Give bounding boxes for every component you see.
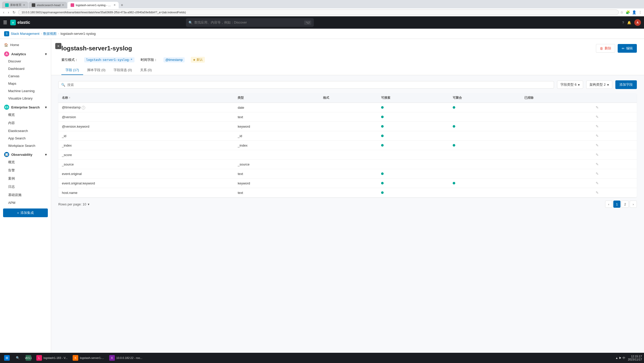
field-edit-icon[interactable]: ✎: [596, 143, 599, 147]
field-edit-icon[interactable]: ✎: [596, 105, 599, 109]
sidebar-item-infra[interactable]: 基础设施: [0, 191, 51, 199]
sidebar-item-home[interactable]: 🏠 Home: [0, 41, 51, 49]
taskbar-app-v851[interactable]: v8.5.1: [24, 354, 33, 361]
field-type-cell: _index: [234, 141, 319, 150]
sidebar-item-enterprise-overview[interactable]: 概览: [0, 111, 51, 119]
searchable-dot: [381, 191, 384, 194]
taskbar-app-xterm[interactable]: X 10.0.0.182:22 - roo...: [107, 354, 145, 361]
schema-type-filter-button[interactable]: 架构类型 2 ▾: [586, 81, 612, 89]
tab-close-3[interactable]: ✕: [114, 4, 116, 6]
field-edit-icon[interactable]: ✎: [596, 153, 599, 157]
breadcrumb-icon[interactable]: S: [4, 31, 9, 36]
refresh-button[interactable]: ↻: [12, 10, 17, 15]
delete-button[interactable]: 🗑 删除: [596, 44, 615, 53]
table-row: @version.keywordkeyword✎: [58, 122, 637, 131]
field-edit-icon[interactable]: ✎: [596, 134, 599, 138]
search-fields-icon: 🔍: [61, 83, 65, 87]
sidebar-item-visualize[interactable]: Visualize Library: [0, 95, 51, 102]
tab-new-tab[interactable]: 新标签页 ✕: [2, 2, 28, 8]
field-edit-icon[interactable]: ✎: [596, 115, 599, 119]
hamburger-menu[interactable]: ☰: [3, 20, 7, 25]
field-type-filter-button[interactable]: 字段类型 6 ▾: [557, 81, 583, 89]
extension-icon[interactable]: 🧩: [626, 10, 630, 14]
sidebar-section-observability[interactable]: 📊 Observability ▾: [0, 149, 51, 158]
sidebar-item-elasticsearch[interactable]: Elasticsearch: [0, 127, 51, 135]
bookmark-icon[interactable]: ☆: [620, 10, 624, 14]
page-title-row: logstash-server1-syslog 🗑 删除 ✏ 编辑: [58, 44, 637, 53]
sidebar-item-canvas[interactable]: Canvas: [0, 72, 51, 80]
index-pattern-value[interactable]: logstash-server1-syslog-*: [84, 57, 135, 62]
sidebar-item-content[interactable]: 内容: [0, 119, 51, 127]
sidebar-item-maps[interactable]: Maps: [0, 80, 51, 87]
taskbar-app-logstash-v[interactable]: L logstash1-183 - V...: [34, 354, 70, 361]
field-edit-icon[interactable]: ✎: [596, 191, 599, 195]
sidebar-item-dashboard[interactable]: Dashboard: [0, 65, 51, 72]
tab-scripted-fields[interactable]: 脚本字段 (0): [83, 66, 110, 75]
sidebar-item-alerts[interactable]: 告警: [0, 166, 51, 174]
field-type-cell: keyword: [234, 179, 319, 188]
taskbar-app-logstash-k[interactable]: K logstash-server1-...: [71, 354, 106, 361]
sidebar-item-app-search[interactable]: App Search: [0, 135, 51, 142]
field-edit-icon[interactable]: ✎: [596, 181, 599, 185]
field-action-cell: ✎: [592, 141, 637, 150]
table-row: event.original.keywordkeyword✎: [58, 179, 637, 188]
add-field-button[interactable]: 添加字段: [615, 80, 637, 89]
sidebar-item-obs-overview[interactable]: 概览: [0, 158, 51, 166]
field-search-wrap[interactable]: 🔍: [58, 81, 554, 89]
elastic-logo[interactable]: e elastic: [10, 20, 30, 25]
address-input[interactable]: [18, 9, 619, 15]
breadcrumb-stack-management[interactable]: Stack Management: [11, 32, 39, 36]
forward-button[interactable]: ›: [7, 10, 10, 15]
breadcrumb-data-views[interactable]: 数据视图: [43, 31, 57, 36]
taskbar-app-search[interactable]: 🔍: [13, 354, 23, 361]
taskbar-left: ⊞ 🔍 v8.5.1 L logstash1-183 - V... K logs…: [2, 354, 145, 361]
page-1-button[interactable]: 1: [613, 201, 620, 208]
field-searchable-cell: [377, 103, 449, 112]
sidebar-item-logs[interactable]: 日志: [0, 183, 51, 191]
field-edit-icon[interactable]: ✎: [596, 162, 599, 166]
sidebar-section-analytics[interactable]: A Analytics ▾: [0, 49, 51, 58]
schema-type-filter-label: 架构类型 2: [590, 82, 606, 87]
field-aggregatable-cell: [449, 103, 521, 112]
prev-page-button[interactable]: ‹: [605, 201, 612, 208]
menu-icon[interactable]: ⋮: [638, 10, 642, 14]
page-2-button[interactable]: 2: [621, 201, 629, 208]
tab-close-1[interactable]: ✕: [23, 4, 25, 6]
col-header-name[interactable]: 名称 ↑: [58, 93, 234, 103]
field-info-icon[interactable]: i: [82, 106, 85, 109]
tab-field-filter[interactable]: 字段筛选 (0): [109, 66, 136, 75]
time-field-value[interactable]: @timestamp: [163, 57, 185, 62]
add-integration-button[interactable]: + 添加集成: [3, 208, 48, 217]
global-search-bar[interactable]: 🔍 查找应用、内容等，例如：Discover ⌥/: [186, 18, 314, 27]
alerts-label: 告警: [8, 168, 15, 172]
back-button[interactable]: ‹: [2, 10, 5, 15]
field-name-cell: _id: [58, 131, 234, 141]
profile-icon[interactable]: 👤: [632, 10, 636, 14]
field-edit-icon[interactable]: ✎: [596, 124, 599, 128]
field-edit-icon[interactable]: ✎: [596, 172, 599, 176]
sidebar-section-enterprise[interactable]: ES Enterprise Search ▾: [0, 102, 51, 111]
tab-relations[interactable]: 关系 (0): [136, 66, 156, 75]
edit-button[interactable]: ✏ 编辑: [618, 44, 637, 53]
sidebar-item-workplace-search[interactable]: Workplace Search: [0, 142, 51, 149]
rows-per-page-selector[interactable]: Rows per page: 10 ▾: [58, 202, 90, 206]
enterprise-search-icon: ES: [4, 105, 9, 110]
close-button[interactable]: ×: [55, 43, 61, 49]
sidebar-item-ml[interactable]: Machine Learning: [0, 87, 51, 95]
help-icon[interactable]: ?: [622, 21, 624, 25]
avatar[interactable]: A: [634, 19, 641, 26]
sidebar-item-cases[interactable]: 案例: [0, 174, 51, 183]
notifications-icon[interactable]: 🔔: [627, 21, 631, 25]
tab-kibana[interactable]: logstash-server1-syslog - Ela... ✕: [68, 2, 119, 8]
tab-fields[interactable]: 字段 (17): [61, 66, 83, 75]
taskbar-app-windows[interactable]: ⊞: [2, 354, 12, 361]
field-search-input[interactable]: [67, 83, 551, 87]
tab-eshead[interactable]: elasticsearch-head ✕: [29, 2, 67, 8]
taskbar-logstash-k-icon: K: [73, 355, 78, 361]
page-title: logstash-server1-syslog: [61, 45, 132, 52]
next-page-button[interactable]: ›: [630, 201, 637, 208]
new-tab-button[interactable]: +: [119, 3, 125, 7]
tab-close-2[interactable]: ✕: [62, 4, 64, 6]
sidebar-item-apm[interactable]: APM: [0, 199, 51, 206]
sidebar-item-discover[interactable]: Discover: [0, 58, 51, 65]
